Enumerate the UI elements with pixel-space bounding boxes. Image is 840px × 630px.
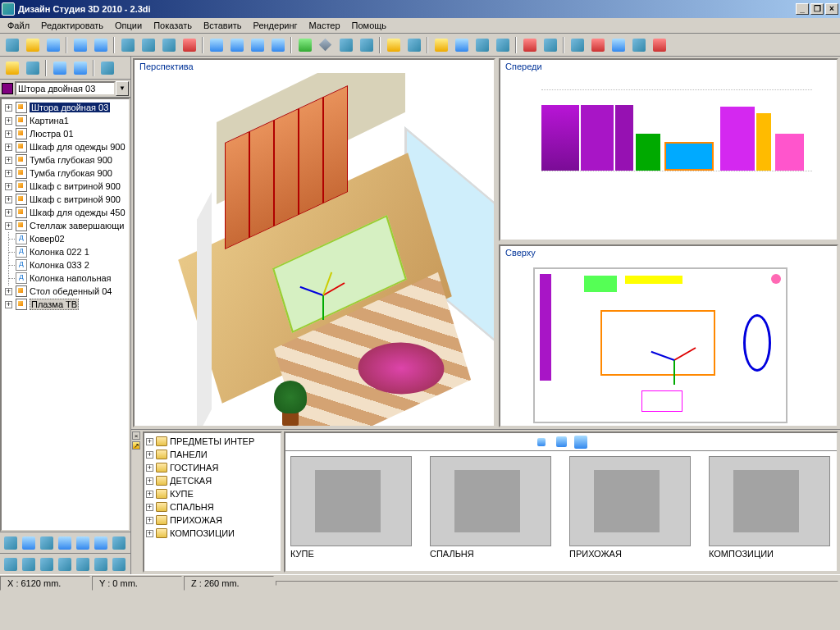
tree-expand-icon[interactable]: + (146, 530, 153, 537)
nav-zoomout-button[interactable] (93, 535, 109, 551)
tree-item[interactable]: +Шкаф для одежды 900 (3, 140, 127, 153)
restore-button[interactable]: ❐ (810, 3, 824, 15)
tree-expand-icon[interactable]: + (5, 288, 12, 295)
snap2-button[interactable] (609, 36, 628, 54)
tree-item[interactable]: +Тумба глубокая 900 (3, 167, 127, 180)
menu-options[interactable]: Опции (109, 19, 148, 32)
tree-expand-icon[interactable]: + (5, 157, 12, 164)
nav-select-button[interactable] (2, 535, 19, 551)
tree-item[interactable]: +Штора двойная 03 (3, 101, 127, 114)
view4-button[interactable] (268, 36, 287, 54)
tree-expand-icon[interactable]: + (146, 451, 153, 459)
nav2-b-button[interactable] (21, 556, 37, 573)
tree-expand-icon[interactable]: + (146, 477, 153, 485)
view1-button[interactable] (207, 36, 226, 54)
tree-expand-icon[interactable]: + (5, 170, 12, 177)
library-tree-item[interactable]: +СПАЛЬНЯ (146, 500, 279, 514)
tree-expand-icon[interactable]: + (146, 491, 153, 498)
libview-small-button[interactable] (533, 435, 550, 450)
lt-btn2[interactable] (23, 59, 42, 77)
tree-expand-icon[interactable]: + (5, 209, 12, 217)
view3-button[interactable] (248, 36, 267, 54)
tree-expand-icon[interactable]: + (146, 517, 153, 524)
lt-btn4[interactable] (71, 59, 89, 77)
tree-expand-icon[interactable]: + (5, 130, 12, 138)
menu-edit[interactable]: Редактировать (35, 19, 109, 32)
tool-c-button[interactable] (336, 36, 355, 54)
menu-master[interactable]: Мастер (304, 19, 346, 32)
library-tree-item[interactable]: +ПРИХОЖАЯ (146, 514, 279, 527)
nav2-a-button[interactable] (2, 556, 19, 573)
library-tree-item[interactable]: +ПРЕДМЕТЫ ИНТЕР (146, 435, 279, 448)
libview-med-button[interactable] (553, 435, 569, 450)
minimize-button[interactable]: _ (796, 3, 809, 15)
library-tree-item[interactable]: +ПАНЕЛИ (146, 448, 279, 461)
library-tree-item[interactable]: +ДЕТСКАЯ (146, 474, 279, 487)
lt-btn1[interactable] (2, 59, 21, 77)
front-canvas[interactable] (500, 73, 837, 240)
copy-button[interactable] (139, 36, 158, 54)
tool-d-button[interactable] (357, 36, 376, 54)
tree-item[interactable]: +Картина1 (3, 114, 127, 127)
nav-rotate-button[interactable] (111, 535, 127, 551)
library-thumbnail[interactable]: ПРИХОЖАЯ (569, 456, 692, 559)
nav-zoomin-button[interactable] (75, 535, 91, 551)
report-button[interactable] (541, 36, 559, 54)
menu-render[interactable]: Рендеринг (248, 19, 304, 32)
save-button[interactable] (43, 36, 62, 54)
view2-button[interactable] (227, 36, 246, 54)
tree-item[interactable]: +Шкаф для одежды 450 (3, 206, 127, 219)
tree-item[interactable]: +Шкаф с витриной 900 (3, 180, 127, 193)
viewport-perspective[interactable]: Перспектива (133, 58, 495, 427)
lt-btn5[interactable] (98, 59, 116, 77)
grid-button[interactable] (568, 36, 587, 54)
perspective-canvas[interactable] (135, 73, 494, 426)
tree-expand-icon[interactable]: + (146, 504, 153, 511)
tree-expand-icon[interactable]: + (146, 438, 153, 445)
tree-item[interactable]: ДКолонка 033 2 (3, 258, 127, 272)
nav2-g-button[interactable] (111, 556, 127, 573)
menu-insert[interactable]: Вставить (198, 19, 248, 32)
tree-item[interactable]: +Стол обеденный 04 (3, 285, 127, 298)
menu-help[interactable]: Помощь (346, 19, 393, 32)
tree-item[interactable]: ДКолонка 022 1 (3, 245, 127, 258)
library-tree-item[interactable]: +КУПЕ (146, 487, 279, 500)
cut-button[interactable] (118, 36, 137, 54)
paste-button[interactable] (159, 36, 178, 54)
snap4-button[interactable] (650, 36, 669, 54)
tool-a-button[interactable] (295, 36, 314, 54)
library-tree[interactable]: +ПРЕДМЕТЫ ИНТЕР+ПАНЕЛИ+ГОСТИНАЯ+ДЕТСКАЯ+… (143, 431, 282, 573)
menu-file[interactable]: Файл (2, 19, 35, 32)
dropdown-arrow-button[interactable]: ▼ (116, 81, 129, 96)
tree-item[interactable]: ДКолонка напольная (3, 272, 127, 285)
cone-button[interactable] (452, 36, 471, 54)
tree-expand-icon[interactable]: + (5, 104, 12, 112)
render-button[interactable] (384, 36, 403, 54)
library-thumbnail[interactable]: СПАЛЬНЯ (430, 456, 553, 559)
nav2-c-button[interactable] (39, 556, 55, 573)
delete-button[interactable] (180, 36, 199, 54)
viewport-top[interactable]: Сверху (499, 244, 838, 427)
tree-item[interactable]: +Шкаф с витриной 900 (3, 193, 127, 206)
tool-b-button[interactable] (316, 36, 335, 54)
scene-tree[interactable]: +Штора двойная 03+Картина1+Люстра 01+Шка… (0, 98, 130, 532)
sphere-button[interactable] (493, 36, 512, 54)
camera-button[interactable] (404, 36, 423, 54)
new-button[interactable] (2, 36, 21, 54)
library-close-button[interactable]: × (132, 431, 140, 440)
tree-item[interactable]: ДКовер02 (3, 232, 127, 245)
nav2-f-button[interactable] (93, 556, 109, 573)
libview-large-button[interactable] (573, 435, 589, 450)
top-canvas[interactable] (500, 259, 837, 426)
library-tree-item[interactable]: +КОМПОЗИЦИИ (146, 527, 279, 540)
tree-expand-icon[interactable]: + (5, 222, 12, 230)
nav2-d-button[interactable] (57, 556, 73, 573)
library-thumbnail[interactable]: КУПЕ (290, 456, 413, 559)
redo-button[interactable] (91, 36, 110, 54)
library-tree-item[interactable]: +ГОСТИНАЯ (146, 461, 279, 474)
tree-expand-icon[interactable]: + (5, 117, 12, 125)
cyl-button[interactable] (472, 36, 491, 54)
nav-pan-button[interactable] (39, 535, 55, 551)
tree-item[interactable]: +Тумба глубокая 900 (3, 153, 127, 167)
library-pin-button[interactable]: ↗ (132, 441, 140, 450)
